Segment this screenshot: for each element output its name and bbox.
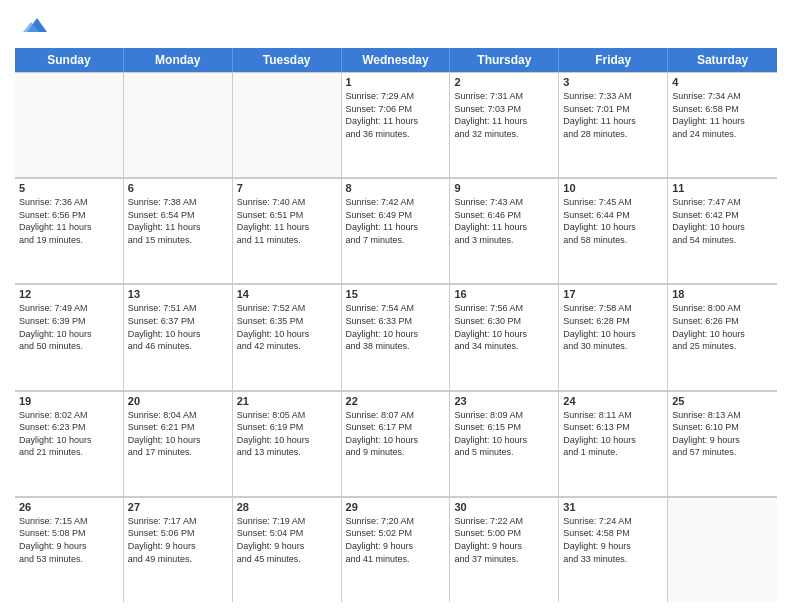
calendar-cell: 6Sunrise: 7:38 AM Sunset: 6:54 PM Daylig… [124,178,233,283]
calendar-cell: 24Sunrise: 8:11 AM Sunset: 6:13 PM Dayli… [559,391,668,496]
calendar-container: SundayMondayTuesdayWednesdayThursdayFrid… [0,0,792,612]
calendar-cell: 21Sunrise: 8:05 AM Sunset: 6:19 PM Dayli… [233,391,342,496]
calendar-cell [233,72,342,177]
calendar-cell [15,72,124,177]
day-number: 9 [454,182,554,194]
calendar-cell: 18Sunrise: 8:00 AM Sunset: 6:26 PM Dayli… [668,284,777,389]
day-info: Sunrise: 7:24 AM Sunset: 4:58 PM Dayligh… [563,515,663,565]
day-number: 7 [237,182,337,194]
day-number: 15 [346,288,446,300]
day-number: 29 [346,501,446,513]
calendar-cell: 11Sunrise: 7:47 AM Sunset: 6:42 PM Dayli… [668,178,777,283]
calendar-cell: 27Sunrise: 7:17 AM Sunset: 5:06 PM Dayli… [124,497,233,602]
calendar-cell: 10Sunrise: 7:45 AM Sunset: 6:44 PM Dayli… [559,178,668,283]
day-number: 22 [346,395,446,407]
calendar-cell: 5Sunrise: 7:36 AM Sunset: 6:56 PM Daylig… [15,178,124,283]
day-info: Sunrise: 7:54 AM Sunset: 6:33 PM Dayligh… [346,302,446,352]
calendar-cell: 31Sunrise: 7:24 AM Sunset: 4:58 PM Dayli… [559,497,668,602]
header-day-saturday: Saturday [668,48,777,72]
day-info: Sunrise: 8:11 AM Sunset: 6:13 PM Dayligh… [563,409,663,459]
day-number: 1 [346,76,446,88]
logo [15,10,49,40]
day-info: Sunrise: 7:40 AM Sunset: 6:51 PM Dayligh… [237,196,337,246]
day-info: Sunrise: 7:19 AM Sunset: 5:04 PM Dayligh… [237,515,337,565]
calendar-row-3: 12Sunrise: 7:49 AM Sunset: 6:39 PM Dayli… [15,284,777,390]
day-info: Sunrise: 7:17 AM Sunset: 5:06 PM Dayligh… [128,515,228,565]
day-info: Sunrise: 7:49 AM Sunset: 6:39 PM Dayligh… [19,302,119,352]
day-number: 17 [563,288,663,300]
calendar: SundayMondayTuesdayWednesdayThursdayFrid… [15,48,777,602]
day-info: Sunrise: 7:58 AM Sunset: 6:28 PM Dayligh… [563,302,663,352]
calendar-cell: 2Sunrise: 7:31 AM Sunset: 7:03 PM Daylig… [450,72,559,177]
calendar-header: SundayMondayTuesdayWednesdayThursdayFrid… [15,48,777,72]
calendar-cell: 3Sunrise: 7:33 AM Sunset: 7:01 PM Daylig… [559,72,668,177]
day-number: 14 [237,288,337,300]
calendar-row-4: 19Sunrise: 8:02 AM Sunset: 6:23 PM Dayli… [15,391,777,497]
header-day-monday: Monday [124,48,233,72]
header-day-friday: Friday [559,48,668,72]
header-day-wednesday: Wednesday [342,48,451,72]
day-info: Sunrise: 8:13 AM Sunset: 6:10 PM Dayligh… [672,409,773,459]
day-number: 5 [19,182,119,194]
day-info: Sunrise: 8:04 AM Sunset: 6:21 PM Dayligh… [128,409,228,459]
header-day-thursday: Thursday [450,48,559,72]
header-day-sunday: Sunday [15,48,124,72]
calendar-cell: 12Sunrise: 7:49 AM Sunset: 6:39 PM Dayli… [15,284,124,389]
calendar-cell: 1Sunrise: 7:29 AM Sunset: 7:06 PM Daylig… [342,72,451,177]
calendar-cell: 20Sunrise: 8:04 AM Sunset: 6:21 PM Dayli… [124,391,233,496]
day-info: Sunrise: 7:42 AM Sunset: 6:49 PM Dayligh… [346,196,446,246]
day-info: Sunrise: 7:36 AM Sunset: 6:56 PM Dayligh… [19,196,119,246]
calendar-cell: 19Sunrise: 8:02 AM Sunset: 6:23 PM Dayli… [15,391,124,496]
day-number: 28 [237,501,337,513]
day-info: Sunrise: 7:43 AM Sunset: 6:46 PM Dayligh… [454,196,554,246]
day-info: Sunrise: 7:15 AM Sunset: 5:08 PM Dayligh… [19,515,119,565]
calendar-cell: 30Sunrise: 7:22 AM Sunset: 5:00 PM Dayli… [450,497,559,602]
day-info: Sunrise: 8:02 AM Sunset: 6:23 PM Dayligh… [19,409,119,459]
header-day-tuesday: Tuesday [233,48,342,72]
day-info: Sunrise: 7:20 AM Sunset: 5:02 PM Dayligh… [346,515,446,565]
day-number: 12 [19,288,119,300]
day-info: Sunrise: 7:47 AM Sunset: 6:42 PM Dayligh… [672,196,773,246]
day-info: Sunrise: 7:22 AM Sunset: 5:00 PM Dayligh… [454,515,554,565]
day-number: 18 [672,288,773,300]
day-number: 10 [563,182,663,194]
day-info: Sunrise: 7:29 AM Sunset: 7:06 PM Dayligh… [346,90,446,140]
day-number: 6 [128,182,228,194]
day-number: 30 [454,501,554,513]
day-info: Sunrise: 7:51 AM Sunset: 6:37 PM Dayligh… [128,302,228,352]
day-number: 16 [454,288,554,300]
calendar-cell: 7Sunrise: 7:40 AM Sunset: 6:51 PM Daylig… [233,178,342,283]
day-number: 26 [19,501,119,513]
day-info: Sunrise: 7:52 AM Sunset: 6:35 PM Dayligh… [237,302,337,352]
calendar-cell: 9Sunrise: 7:43 AM Sunset: 6:46 PM Daylig… [450,178,559,283]
day-info: Sunrise: 7:31 AM Sunset: 7:03 PM Dayligh… [454,90,554,140]
logo-icon [19,10,49,40]
calendar-cell: 8Sunrise: 7:42 AM Sunset: 6:49 PM Daylig… [342,178,451,283]
day-number: 11 [672,182,773,194]
calendar-cell: 22Sunrise: 8:07 AM Sunset: 6:17 PM Dayli… [342,391,451,496]
calendar-row-5: 26Sunrise: 7:15 AM Sunset: 5:08 PM Dayli… [15,497,777,602]
calendar-cell: 4Sunrise: 7:34 AM Sunset: 6:58 PM Daylig… [668,72,777,177]
calendar-cell: 25Sunrise: 8:13 AM Sunset: 6:10 PM Dayli… [668,391,777,496]
day-number: 27 [128,501,228,513]
calendar-row-1: 1Sunrise: 7:29 AM Sunset: 7:06 PM Daylig… [15,72,777,178]
day-info: Sunrise: 8:09 AM Sunset: 6:15 PM Dayligh… [454,409,554,459]
day-number: 24 [563,395,663,407]
calendar-cell: 29Sunrise: 7:20 AM Sunset: 5:02 PM Dayli… [342,497,451,602]
calendar-cell: 28Sunrise: 7:19 AM Sunset: 5:04 PM Dayli… [233,497,342,602]
day-info: Sunrise: 7:34 AM Sunset: 6:58 PM Dayligh… [672,90,773,140]
day-info: Sunrise: 7:56 AM Sunset: 6:30 PM Dayligh… [454,302,554,352]
day-info: Sunrise: 7:38 AM Sunset: 6:54 PM Dayligh… [128,196,228,246]
day-number: 3 [563,76,663,88]
day-number: 21 [237,395,337,407]
day-number: 4 [672,76,773,88]
calendar-cell: 17Sunrise: 7:58 AM Sunset: 6:28 PM Dayli… [559,284,668,389]
day-info: Sunrise: 7:45 AM Sunset: 6:44 PM Dayligh… [563,196,663,246]
day-info: Sunrise: 8:07 AM Sunset: 6:17 PM Dayligh… [346,409,446,459]
calendar-body: 1Sunrise: 7:29 AM Sunset: 7:06 PM Daylig… [15,72,777,602]
day-number: 13 [128,288,228,300]
day-number: 23 [454,395,554,407]
day-info: Sunrise: 8:05 AM Sunset: 6:19 PM Dayligh… [237,409,337,459]
calendar-cell: 14Sunrise: 7:52 AM Sunset: 6:35 PM Dayli… [233,284,342,389]
calendar-cell [124,72,233,177]
